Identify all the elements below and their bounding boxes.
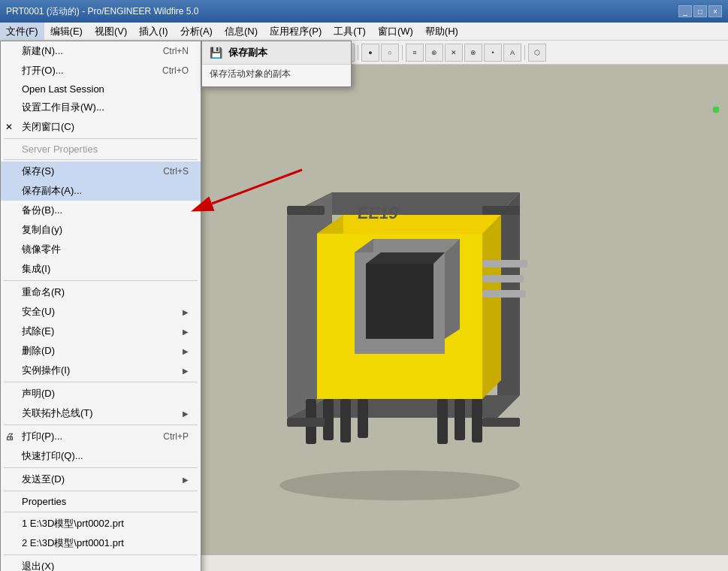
svg-rect-22 <box>472 399 482 443</box>
menu-erase-label: 拭除(E) <box>22 325 54 338</box>
menu-edit[interactable]: 编辑(E) <box>44 23 89 40</box>
maximize-button[interactable]: □ <box>693 5 707 17</box>
minimize-button[interactable]: _ <box>678 5 692 17</box>
menu-exit[interactable]: 退出(X) <box>1 557 201 571</box>
menu-save-shortcut: Ctrl+S <box>163 166 189 177</box>
tb-sep5 <box>358 45 358 60</box>
menu-security-label: 安全(U) <box>22 305 55 319</box>
menu-topo-bus[interactable]: 关联拓扑总线(T) ▶ <box>1 403 201 423</box>
menu-topo-bus-label: 关联拓扑总线(T) <box>22 406 93 420</box>
menu-recent-1[interactable]: 1 E:\3D模型\prt0002.prt <box>1 514 201 533</box>
menu-insert[interactable]: 插入(I) <box>133 23 174 40</box>
sep-7 <box>4 491 198 491</box>
menu-quick-print[interactable]: 快速打印(Q)... <box>1 446 201 466</box>
menu-apps[interactable]: 应用程序(P) <box>264 23 328 40</box>
tb-b3[interactable]: ⬡ <box>528 44 546 62</box>
menu-help[interactable]: 帮助(H) <box>419 23 464 40</box>
svg-marker-8 <box>482 215 501 399</box>
chevron-right-icon-2: ▶ <box>183 328 189 336</box>
menu-rename[interactable]: 重命名(R) <box>1 282 201 302</box>
menu-info[interactable]: 信息(N) <box>219 23 264 40</box>
3d-model: EE19 <box>204 125 580 515</box>
close-button[interactable]: × <box>708 5 722 17</box>
sep-6 <box>4 467 198 468</box>
tb-annot[interactable]: A <box>503 44 521 62</box>
menu-open[interactable]: 打开(O)... Ctrl+O <box>1 61 201 80</box>
menu-new[interactable]: 新建(N)... Ctrl+N <box>1 41 201 61</box>
menu-open-last[interactable]: Open Last Session <box>1 80 201 98</box>
tb-axis[interactable]: ✕ <box>445 44 463 62</box>
menu-print[interactable]: 🖨 打印(P)... Ctrl+P <box>1 427 201 446</box>
menu-recent-2-label: 2 E:\3D模型\prt0001.prt <box>22 536 124 550</box>
menu-declare-label: 声明(D) <box>22 387 55 400</box>
tb-csys[interactable]: ⊗ <box>464 44 482 62</box>
menu-erase[interactable]: 拭除(E) ▶ <box>1 322 201 341</box>
menu-mirror-part[interactable]: 镜像零件 <box>1 240 201 259</box>
menu-backup-label: 备份(B)... <box>22 204 62 217</box>
menu-workdir-label: 设置工作目录(W)... <box>22 101 104 114</box>
svg-rect-19 <box>358 399 368 438</box>
menu-save-copy[interactable]: 保存副本(A)... <box>1 181 201 201</box>
tb-wire[interactable]: ○ <box>381 44 399 62</box>
menu-open-shortcut: Ctrl+O <box>162 65 189 76</box>
menu-bar: 文件(F) 编辑(E) 视图(V) 插入(I) 分析(A) 信息(N) 应用程序… <box>0 23 728 41</box>
menu-quick-print-label: 快速打印(Q)... <box>22 449 83 463</box>
save-copy-icon: 💾 <box>210 47 222 59</box>
menu-window[interactable]: 窗口(W) <box>372 23 419 40</box>
menu-delete-label: 删除(D) <box>22 344 55 358</box>
menu-properties[interactable]: Properties <box>1 493 201 510</box>
menu-rename-label: 重命名(R) <box>22 286 65 299</box>
menu-new-shortcut: Ctrl+N <box>163 46 189 56</box>
tb-sep7 <box>524 45 525 60</box>
submenu-description: 保存活动对象的副本 <box>202 65 351 86</box>
menu-copy-from-label: 复制自(y) <box>22 223 62 237</box>
svg-rect-28 <box>287 206 325 215</box>
svg-rect-21 <box>455 399 465 440</box>
menu-security[interactable]: 安全(U) ▶ <box>1 302 201 322</box>
menu-view[interactable]: 视图(V) <box>89 23 133 40</box>
menu-recent-2[interactable]: 2 E:\3D模型\prt0001.prt <box>1 533 201 553</box>
menu-file[interactable]: 文件(F) <box>0 23 44 40</box>
chevron-right-icon-4: ▶ <box>183 367 189 375</box>
menu-delete[interactable]: 删除(D) ▶ <box>1 341 201 361</box>
menu-analysis[interactable]: 分析(A) <box>174 23 219 40</box>
menu-server-props: Server Properties <box>1 140 201 158</box>
tb-shade[interactable]: ● <box>361 44 379 62</box>
menu-open-label: 打开(O)... <box>22 64 64 77</box>
chevron-right-icon-6: ▶ <box>183 476 189 484</box>
title-buttons: _ □ × <box>678 5 722 17</box>
tb-datum[interactable]: ⊕ <box>425 44 443 62</box>
tb-layer[interactable]: ≡ <box>406 44 424 62</box>
menu-declare[interactable]: 声明(D) <box>1 384 201 403</box>
menu-instance-ops[interactable]: 实例操作(I) ▶ <box>1 361 201 380</box>
menu-backup[interactable]: 备份(B)... <box>1 201 201 220</box>
model-svg: EE19 <box>204 125 580 515</box>
submenu-save-copy: 💾 保存副本 保存活动对象的副本 <box>201 41 352 87</box>
sep-2 <box>4 159 198 160</box>
menu-save[interactable]: 保存(S) Ctrl+S <box>1 162 201 181</box>
menu-workdir[interactable]: 设置工作目录(W)... <box>1 98 201 117</box>
window-title: PRT0001 (活动的) - Pro/ENGINEER Wildfire 5.… <box>6 5 678 18</box>
sep-5 <box>4 424 198 425</box>
sep-4 <box>4 382 198 382</box>
submenu-header: 💾 保存副本 <box>202 41 351 65</box>
menu-mirror-part-label: 镜像零件 <box>22 243 61 256</box>
menu-close-window[interactable]: ✕ 关闭窗口(C) <box>1 117 201 137</box>
menu-server-props-label: Server Properties <box>22 144 98 155</box>
menu-tools[interactable]: 工具(T) <box>328 23 372 40</box>
menu-copy-from[interactable]: 复制自(y) <box>1 220 201 240</box>
menu-integrate[interactable]: 集成(I) <box>1 259 201 279</box>
file-dropdown-menu: 新建(N)... Ctrl+N 打开(O)... Ctrl+O Open Las… <box>0 41 201 571</box>
menu-integrate-label: 集成(I) <box>22 262 50 276</box>
close-icon: ✕ <box>5 122 13 132</box>
print-icon: 🖨 <box>5 431 14 442</box>
svg-marker-12 <box>445 239 460 339</box>
svg-marker-5 <box>317 215 501 234</box>
title-bar: PRT0001 (活动的) - Pro/ENGINEER Wildfire 5.… <box>0 0 728 23</box>
menu-send-to[interactable]: 发送至(D) ▶ <box>1 470 201 489</box>
svg-rect-18 <box>340 399 351 443</box>
menu-save-label: 保存(S) <box>22 165 54 178</box>
sep-3 <box>4 280 198 281</box>
tb-point[interactable]: • <box>484 44 502 62</box>
menu-print-label: 打印(P)... <box>22 430 62 443</box>
